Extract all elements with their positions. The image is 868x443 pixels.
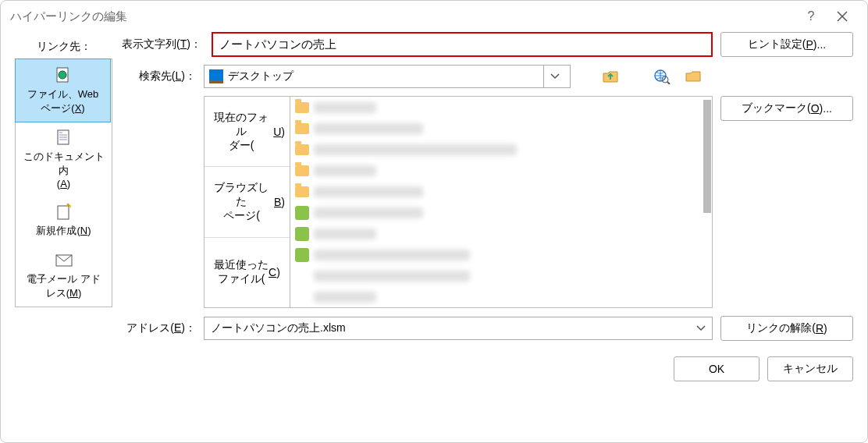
tab-recent-files[interactable]: 最近使ったファイル(C) [205,238,290,307]
list-item[interactable] [290,286,712,307]
dialog-footer: OK キャンセル [122,349,853,381]
cancel-button[interactable]: キャンセル [767,356,853,381]
remove-link-button[interactable]: リンクの解除(R) [720,316,853,341]
list-item[interactable] [290,265,712,286]
file-icon [295,248,309,262]
folder-icon [295,102,309,113]
close-icon [837,11,848,22]
chevron-down-icon[interactable] [543,66,565,87]
address-label: アドレス(E)： [122,321,196,335]
browse-file-button[interactable] [681,65,705,88]
hint-settings-button[interactable]: ヒント設定(P)... [720,32,853,57]
search-location-value: デスクトップ [228,69,543,83]
list-item[interactable] [290,118,712,139]
svg-line-9 [667,82,670,84]
list-item[interactable] [290,181,712,202]
dialog-title: ハイパーリンクの編集 [10,9,127,24]
file-list[interactable] [290,96,713,308]
linkto-file-web[interactable]: ファイル、Webページ(X) [15,58,111,122]
globe-search-icon [653,69,671,84]
linkto-column: リンク先： ファイル、Webページ(X) このドキュメント内(A) [15,32,112,428]
linkto-file-web-label: ファイル、Webページ(X) [27,87,99,115]
file-icon [295,227,309,241]
list-item[interactable] [290,139,712,160]
hyperlink-edit-dialog: ハイパーリンクの編集 ? リンク先： ファイル、Webページ(X) [0,0,868,443]
search-location-label: 検索先(L)： [122,69,196,83]
list-item[interactable] [290,244,712,265]
display-text-label: 表示文字列(T)： [122,37,204,51]
titlebar: ハイパーリンクの編集 ? [1,1,867,32]
desktop-icon [209,69,223,83]
linkto-panel: ファイル、Webページ(X) このドキュメント内(A) 新規作成(N) [15,58,112,307]
list-item[interactable] [290,160,712,181]
linkto-new-create[interactable]: 新規作成(N) [16,196,112,244]
address-value: ノートパソコンの売上.xlsm [211,321,346,335]
bookmark-button[interactable]: ブックマーク(O)... [720,96,853,121]
linkto-this-doc[interactable]: このドキュメント内(A) [16,122,112,196]
list-item[interactable] [290,223,712,244]
chevron-down-icon[interactable] [696,325,706,331]
linkto-this-doc-label: このドキュメント内(A) [19,150,108,190]
ok-button[interactable]: OK [674,356,760,381]
folder-icon [295,144,309,155]
browse-tabs: 現在のフォルダー(U) ブラウズしたページ(B) 最近使ったファイル(C) [204,96,290,308]
search-location-select[interactable]: デスクトップ [204,65,571,88]
this-doc-icon [55,129,73,147]
email-icon [55,252,73,269]
svg-rect-5 [58,206,69,219]
linkto-email-label: 電子メール アドレス(M) [27,272,101,300]
display-text-input[interactable] [212,32,713,57]
scrollbar[interactable] [703,100,711,213]
folder-icon [295,123,309,134]
folder-icon [295,186,309,197]
main-column: 表示文字列(T)： ヒント設定(P)... 検索先(L)： デスクトップ [122,32,853,428]
tab-browsed-pages[interactable]: ブラウズしたページ(B) [205,167,290,237]
file-web-icon [55,67,72,84]
browse-web-button[interactable] [650,65,674,88]
new-create-icon [55,204,73,221]
up-folder-button[interactable] [599,65,622,88]
tab-current-folder[interactable]: 現在のフォルダー(U) [205,97,290,167]
folder-icon [295,165,309,176]
open-folder-icon [685,69,702,83]
up-folder-icon [602,69,619,84]
close-button[interactable] [827,1,858,32]
file-icon [295,206,309,220]
linkto-new-create-label: 新規作成(N) [36,224,91,238]
linkto-label: リンク先： [15,32,112,58]
list-item[interactable] [290,97,712,118]
list-item[interactable] [290,202,712,223]
linkto-email[interactable]: 電子メール アドレス(M) [16,244,112,307]
svg-point-3 [59,71,66,79]
address-input[interactable]: ノートパソコンの売上.xlsm [204,317,713,340]
help-button[interactable]: ? [795,1,827,32]
